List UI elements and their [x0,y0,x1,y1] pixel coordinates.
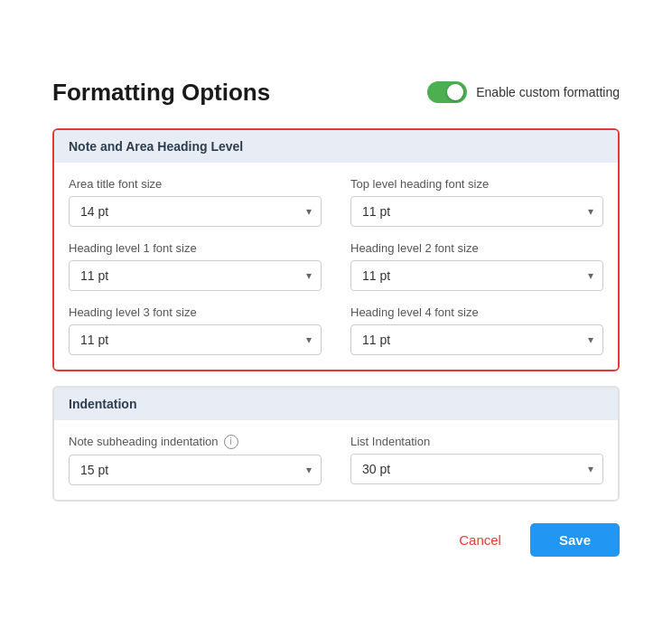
select-wrapper-area-title-font: 8 pt9 pt10 pt11 pt12 pt14 pt16 pt18 pt▾ [69,196,322,227]
select-heading-level-1-font[interactable]: 8 pt9 pt10 pt11 pt12 pt14 pt [70,261,321,290]
select-heading-level-3-font[interactable]: 8 pt9 pt10 pt11 pt12 pt14 pt [70,325,321,354]
select-wrapper-heading-level-3-font: 8 pt9 pt10 pt11 pt12 pt14 pt▾ [69,324,322,355]
select-wrapper-heading-level-2-font: 8 pt9 pt10 pt11 pt12 pt14 pt▾ [350,260,603,291]
enable-custom-formatting-toggle[interactable] [427,81,467,103]
section-body-heading-level: Area title font size8 pt9 pt10 pt11 pt12… [54,163,618,370]
field-label-row-area-title-font: Area title font size [69,177,322,191]
field-label-row-heading-level-3-font: Heading level 3 font size [69,305,322,319]
field-label-row-top-level-heading-font: Top level heading font size [350,177,603,191]
field-label-area-title-font: Area title font size [69,177,162,191]
save-button[interactable]: Save [530,523,620,557]
select-wrapper-heading-level-4-font: 8 pt9 pt10 pt11 pt12 pt14 pt▾ [350,324,603,355]
select-area-title-font[interactable]: 8 pt9 pt10 pt11 pt12 pt14 pt16 pt18 pt [70,197,321,226]
field-group-area-title-font: Area title font size8 pt9 pt10 pt11 pt12… [69,177,322,227]
select-note-subheading-indent[interactable]: 5 pt10 pt15 pt20 pt25 pt30 pt [70,455,321,484]
field-label-heading-level-2-font: Heading level 2 font size [350,241,479,255]
field-group-top-level-heading-font: Top level heading font size8 pt9 pt10 pt… [350,177,603,227]
field-label-list-indentation: List Indentation [350,435,430,448]
field-label-heading-level-3-font: Heading level 3 font size [69,305,197,319]
field-group-heading-level-1-font: Heading level 1 font size8 pt9 pt10 pt11… [69,241,322,291]
field-label-row-heading-level-1-font: Heading level 1 font size [69,241,322,255]
field-label-top-level-heading-font: Top level heading font size [350,177,489,191]
dialog: Formatting Options Enable custom formatt… [20,50,652,589]
section-grid-heading-level: Area title font size8 pt9 pt10 pt11 pt12… [69,177,603,355]
section-header-indentation: Indentation [54,388,618,420]
field-label-row-note-subheading-indent: Note subheading indentationi [69,435,322,449]
field-group-heading-level-2-font: Heading level 2 font size8 pt9 pt10 pt11… [350,241,603,291]
field-group-heading-level-4-font: Heading level 4 font size8 pt9 pt10 pt11… [350,305,603,355]
field-group-heading-level-3-font: Heading level 3 font size8 pt9 pt10 pt11… [69,305,322,355]
field-label-note-subheading-indent: Note subheading indentation [69,435,219,448]
field-label-heading-level-1-font: Heading level 1 font size [69,241,197,255]
select-wrapper-note-subheading-indent: 5 pt10 pt15 pt20 pt25 pt30 pt▾ [69,455,322,485]
select-heading-level-2-font[interactable]: 8 pt9 pt10 pt11 pt12 pt14 pt [351,261,602,290]
info-icon-note-subheading-indent[interactable]: i [224,435,238,449]
footer: Cancel Save [52,523,620,557]
section-grid-indentation: Note subheading indentationi5 pt10 pt15 … [69,435,603,485]
section-header-heading-level: Note and Area Heading Level [54,130,618,163]
sections-container: Note and Area Heading LevelArea title fo… [52,128,620,502]
select-top-level-heading-font[interactable]: 8 pt9 pt10 pt11 pt12 pt14 pt16 pt [351,197,602,226]
field-label-row-heading-level-2-font: Heading level 2 font size [350,241,603,255]
toggle-label: Enable custom formatting [476,85,620,99]
select-wrapper-heading-level-1-font: 8 pt9 pt10 pt11 pt12 pt14 pt▾ [69,260,322,291]
select-wrapper-list-indentation: 10 pt15 pt20 pt25 pt30 pt35 pt▾ [350,454,603,484]
section-indentation: IndentationNote subheading indentationi5… [52,386,620,502]
select-wrapper-top-level-heading-font: 8 pt9 pt10 pt11 pt12 pt14 pt16 pt▾ [350,196,603,227]
select-list-indentation[interactable]: 10 pt15 pt20 pt25 pt30 pt35 pt [351,455,602,483]
field-label-row-list-indentation: List Indentation [350,435,603,448]
field-label-heading-level-4-font: Heading level 4 font size [350,305,479,319]
cancel-button[interactable]: Cancel [444,525,516,555]
toggle-area: Enable custom formatting [427,81,620,103]
page-title: Formatting Options [52,79,270,107]
dialog-header: Formatting Options Enable custom formatt… [52,79,620,107]
section-heading-level: Note and Area Heading LevelArea title fo… [52,128,620,371]
field-group-list-indentation: List Indentation10 pt15 pt20 pt25 pt30 p… [350,435,603,485]
select-heading-level-4-font[interactable]: 8 pt9 pt10 pt11 pt12 pt14 pt [351,325,602,354]
field-label-row-heading-level-4-font: Heading level 4 font size [350,305,603,319]
section-body-indentation: Note subheading indentationi5 pt10 pt15 … [54,420,618,500]
field-group-note-subheading-indent: Note subheading indentationi5 pt10 pt15 … [69,435,322,485]
